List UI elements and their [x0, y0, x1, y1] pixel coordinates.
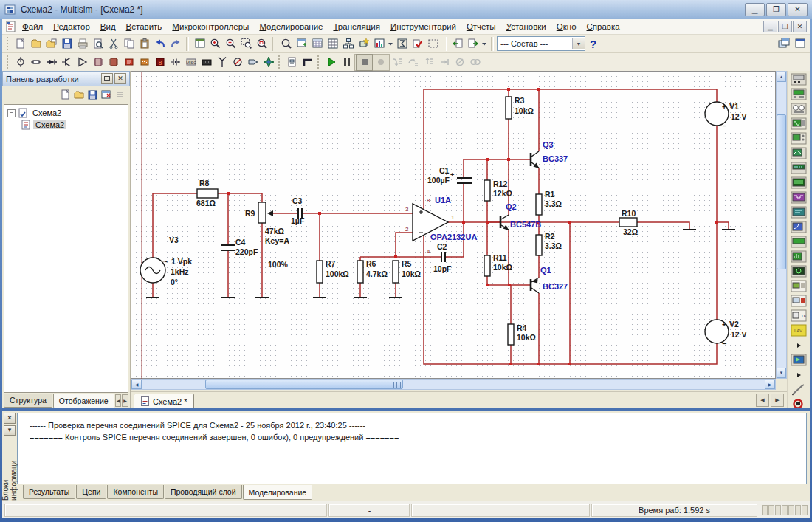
- function-generator-instrument-icon[interactable]: [789, 87, 808, 101]
- combo-dropdown-button[interactable]: ▼: [572, 38, 585, 49]
- tree-child-label[interactable]: Схема2: [33, 120, 66, 129]
- toolbar-grip[interactable]: [7, 55, 10, 69]
- menu-view[interactable]: Вид: [95, 21, 121, 32]
- grapher-dropdown[interactable]: [387, 36, 394, 52]
- tree-collapse-icon[interactable]: −: [7, 109, 16, 117]
- cut-button[interactable]: [106, 36, 121, 52]
- toolbar-grip[interactable]: [7, 37, 10, 50]
- tab-components[interactable]: Компоненты: [107, 485, 164, 499]
- place-rf-button[interactable]: [214, 55, 230, 70]
- toolbox-new-button[interactable]: [60, 89, 71, 102]
- design-toolbox-header[interactable]: Панель разработки ✕: [2, 71, 130, 86]
- open-sample-button[interactable]: [44, 36, 59, 52]
- spreadsheet-expand-button[interactable]: ▾: [4, 425, 16, 436]
- menu-file[interactable]: Файл: [17, 21, 48, 32]
- erc-check-button[interactable]: [410, 36, 425, 52]
- menu-place[interactable]: Вставить: [121, 21, 168, 32]
- new-button[interactable]: [13, 36, 28, 52]
- step-over-button[interactable]: [405, 55, 421, 70]
- place-misc-button[interactable]: MISC: [183, 55, 199, 70]
- place-ttl-button[interactable]: [90, 55, 106, 70]
- copy-button[interactable]: [121, 36, 137, 52]
- vertical-scrollbar[interactable]: ▲ ▼: [776, 71, 787, 379]
- run-button[interactable]: [323, 55, 339, 70]
- tab-copper-layers[interactable]: Проводящий слой: [165, 485, 242, 499]
- run-to-cursor-button[interactable]: [436, 55, 452, 70]
- logic-analyzer-instrument-icon[interactable]: [789, 190, 808, 205]
- toolbar-grip[interactable]: [278, 55, 282, 69]
- place-mcu-button[interactable]: [261, 55, 276, 70]
- vertical-scroll-thumb[interactable]: [777, 114, 786, 269]
- place-source-button[interactable]: [13, 55, 28, 70]
- hierarchy-button[interactable]: [340, 36, 356, 52]
- restore-button[interactable]: ❒: [766, 3, 786, 16]
- redo-button[interactable]: [168, 36, 183, 52]
- tab-nets[interactable]: Цепи: [76, 485, 106, 499]
- postprocessor-button[interactable]: [394, 36, 410, 52]
- wires[interactable]: [153, 89, 729, 364]
- simulation-log[interactable]: ------ Проверка перечня соединений SPICE…: [17, 413, 807, 484]
- in-use-list-combo[interactable]: --- Состав --- ▼: [497, 36, 585, 51]
- pause-button[interactable]: [339, 55, 354, 70]
- sheet-tab-active[interactable]: Схема2 *: [134, 394, 194, 408]
- minimize-button[interactable]: ▁: [745, 3, 765, 16]
- record-button[interactable]: [373, 55, 388, 70]
- place-basic-button[interactable]: [28, 55, 44, 70]
- print-button[interactable]: [75, 36, 90, 52]
- menu-mcu[interactable]: Микроконтроллеры: [167, 21, 254, 32]
- panel-close-button[interactable]: ✕: [114, 73, 126, 84]
- place-advanced-peripherals-button[interactable]: [199, 55, 214, 70]
- measurement-probe-icon[interactable]: [789, 382, 808, 396]
- remove-breakpoints-button[interactable]: [467, 55, 483, 70]
- scroll-down-button[interactable]: ▼: [777, 368, 786, 378]
- menu-edit[interactable]: Редактор: [48, 21, 95, 32]
- database-manager-button[interactable]: [325, 36, 340, 52]
- scroll-right-button[interactable]: ▶: [765, 380, 775, 389]
- toolbox-list-button[interactable]: [114, 89, 125, 102]
- toggle-design-toolbox-button[interactable]: [192, 36, 207, 52]
- component-wizard-button[interactable]: [356, 36, 371, 52]
- toolbox-open-button[interactable]: [73, 89, 85, 102]
- agilent-multimeter-instrument-icon[interactable]: [789, 294, 808, 308]
- agilent-function-generator-instrument-icon[interactable]: [789, 279, 808, 293]
- logic-converter-instrument-icon[interactable]: [789, 205, 808, 219]
- undo-button[interactable]: [152, 36, 168, 52]
- sheet-tabs-left[interactable]: ◀: [756, 394, 769, 407]
- menu-transfer[interactable]: Трансляция: [328, 21, 385, 32]
- mdi-close-button[interactable]: ✕: [793, 21, 807, 32]
- tab-results[interactable]: Результаты: [23, 485, 75, 499]
- place-indicator-button[interactable]: 8: [152, 55, 168, 70]
- save-button[interactable]: [59, 36, 75, 52]
- title-bar[interactable]: Схема2 - Multisim - [Схема2 *] ▁ ❒ ✕: [0, 0, 812, 19]
- print-preview-button[interactable]: [90, 36, 106, 52]
- menu-help[interactable]: Справка: [582, 21, 625, 32]
- horizontal-scrollbar[interactable]: ◀ ▶: [131, 379, 776, 390]
- spectrum-analyzer-instrument-icon[interactable]: [789, 250, 808, 264]
- menu-reports[interactable]: Отчеты: [461, 21, 501, 32]
- place-misc-digital-button[interactable]: [121, 55, 137, 70]
- scroll-up-button[interactable]: ▲: [777, 72, 786, 82]
- grapher-button[interactable]: [371, 36, 387, 52]
- horizontal-scroll-thumb[interactable]: [205, 380, 403, 389]
- toolbox-save-button[interactable]: [87, 89, 98, 102]
- place-bus-button[interactable]: [300, 55, 315, 70]
- tabs-scroll-left[interactable]: ◀: [115, 394, 122, 407]
- tab-simulation[interactable]: Моделирование: [243, 485, 313, 500]
- zoom-in-button[interactable]: [207, 36, 223, 52]
- place-electromechanical-button[interactable]: [230, 55, 245, 70]
- mcu-more-arrow-icon[interactable]: [789, 368, 808, 382]
- help-button[interactable]: ?: [585, 36, 601, 52]
- distortion-analyzer-instrument-icon[interactable]: [789, 235, 808, 249]
- scroll-left-button[interactable]: ◀: [131, 380, 142, 389]
- place-diode-button[interactable]: [44, 55, 59, 70]
- menu-simulate[interactable]: Моделирование: [254, 21, 328, 32]
- close-button[interactable]: ✕: [788, 3, 808, 16]
- multimeter-instrument-icon[interactable]: [789, 72, 808, 86]
- new-window-button[interactable]: [294, 36, 309, 52]
- menu-window[interactable]: Окно: [551, 21, 582, 32]
- toolbox-close-sheet-button[interactable]: [100, 89, 112, 102]
- place-transistor-button[interactable]: [59, 55, 75, 70]
- forward-annotate-dropdown[interactable]: [481, 36, 488, 52]
- menu-tools[interactable]: Инструментарий: [385, 21, 461, 32]
- place-hierarchical-block-button[interactable]: [284, 55, 300, 70]
